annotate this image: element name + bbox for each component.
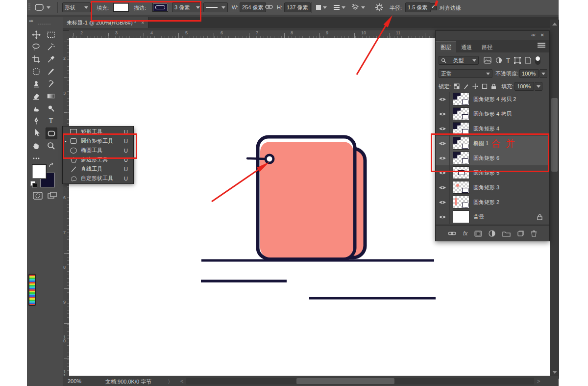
path-arrangement-button[interactable] xyxy=(351,2,365,13)
layer-thumbnail[interactable] xyxy=(453,122,469,135)
close-icon[interactable]: × xyxy=(141,20,144,26)
stroke-size-select[interactable]: 3 像素 xyxy=(172,2,202,13)
close-panel-icon[interactable]: ✕ xyxy=(540,32,544,38)
stroke-swatch[interactable] xyxy=(152,3,168,12)
filter-adjustment-layers-icon[interactable] xyxy=(495,57,502,64)
scroll-left-icon[interactable]: < xyxy=(180,378,183,384)
status-expand-icon[interactable]: 〉 xyxy=(168,378,173,386)
menu-item-rectangle-tool[interactable]: 矩形工具 U xyxy=(63,127,133,136)
visibility-eye-icon[interactable] xyxy=(436,92,450,106)
zoom-tool[interactable] xyxy=(46,140,56,151)
type-tool[interactable]: T xyxy=(46,115,56,126)
layer-thumbnail[interactable] xyxy=(453,166,469,179)
layer-row[interactable]: 圆角矩形 5 xyxy=(436,165,549,180)
swap-colors-icon[interactable] xyxy=(49,162,55,169)
layer-row[interactable]: 圆角矩形 3 xyxy=(436,180,549,195)
gear-icon[interactable] xyxy=(375,3,384,12)
tool-preset-button[interactable] xyxy=(34,2,50,13)
layer-row-selected[interactable]: 椭圆 1 xyxy=(436,136,549,151)
eraser-tool[interactable] xyxy=(31,91,42,102)
move-tool[interactable] xyxy=(31,29,42,40)
radius-input[interactable]: 1.5 像素 xyxy=(405,2,431,12)
scroll-up-icon[interactable] xyxy=(552,23,557,26)
filter-pixel-layers-icon[interactable] xyxy=(484,57,491,64)
visibility-eye-icon[interactable] xyxy=(436,136,450,151)
visibility-eye-icon[interactable] xyxy=(436,209,450,224)
menu-item-polygon-tool[interactable]: 多边形工具 U xyxy=(63,155,133,164)
history-brush-tool[interactable] xyxy=(46,78,56,89)
visibility-eye-icon[interactable] xyxy=(436,151,450,165)
default-colors-icon[interactable] xyxy=(30,181,37,187)
height-input[interactable]: 137 像素 xyxy=(284,2,311,12)
clone-stamp-tool[interactable] xyxy=(31,78,42,89)
gradient-tool[interactable] xyxy=(46,91,56,102)
add-mask-icon[interactable] xyxy=(474,231,482,237)
layer-thumbnail[interactable] xyxy=(453,196,469,208)
horizontal-scrollbar[interactable] xyxy=(186,378,534,385)
zoom-level[interactable]: 200% xyxy=(68,378,81,384)
tool-mode-select[interactable]: 形状 xyxy=(62,2,91,13)
blend-mode-select[interactable]: 正常 xyxy=(439,69,492,78)
fill-dropdown[interactable] xyxy=(535,82,542,91)
visibility-eye-icon[interactable] xyxy=(436,165,450,180)
visibility-eye-icon[interactable] xyxy=(436,180,450,195)
lock-position-icon[interactable] xyxy=(472,83,478,89)
layer-style-fx-icon[interactable]: fx xyxy=(463,230,467,237)
width-input[interactable]: 254 像素 xyxy=(240,2,266,12)
pen-tool[interactable] xyxy=(31,115,42,126)
layer-row-selected[interactable]: 圆角矩形 6 xyxy=(436,151,549,166)
layer-thumbnail[interactable] xyxy=(453,107,469,120)
adjustment-layer-icon[interactable] xyxy=(489,230,495,237)
layer-thumbnail[interactable] xyxy=(453,181,469,194)
tab-paths[interactable]: 路径 xyxy=(477,42,497,52)
dodge-tool[interactable] xyxy=(46,103,56,114)
marquee-tool[interactable] xyxy=(46,29,56,40)
visibility-eye-icon[interactable] xyxy=(436,106,450,121)
delete-trash-icon[interactable] xyxy=(531,230,537,237)
options-bar-grip[interactable] xyxy=(28,3,30,11)
path-operations-button[interactable] xyxy=(316,2,327,13)
layer-row[interactable]: 圆角矩形 2 xyxy=(436,195,549,210)
tools-grip[interactable] xyxy=(38,24,51,25)
stroke-type-select[interactable] xyxy=(203,2,228,13)
align-edges-checkbox[interactable]: ✓ xyxy=(430,3,437,10)
layer-thumbnail[interactable] xyxy=(453,152,469,164)
panel-menu-icon[interactable] xyxy=(538,43,545,49)
opacity-value[interactable]: 100% xyxy=(519,69,539,78)
eyedropper-tool[interactable] xyxy=(46,54,56,65)
layer-thumbnail[interactable] xyxy=(453,210,469,223)
layer-row[interactable]: 圆角矩形 4 拷贝 2 xyxy=(436,92,549,107)
crop-tool[interactable] xyxy=(31,54,42,65)
quick-mask-icon[interactable] xyxy=(33,192,43,200)
more-tools-ellipsis[interactable] xyxy=(31,153,42,164)
lock-artboard-icon[interactable] xyxy=(482,83,488,89)
menu-item-line-tool[interactable]: 直线工具 U xyxy=(63,164,133,174)
link-layers-icon[interactable] xyxy=(448,231,456,236)
visibility-eye-icon[interactable] xyxy=(436,195,450,209)
document-tab[interactable]: 未标题-1 @ 200%(RGB/8#) * × xyxy=(63,17,148,28)
smudge-tool[interactable] xyxy=(31,103,42,114)
visibility-eye-icon[interactable] xyxy=(436,121,450,136)
lock-pixels-icon[interactable] xyxy=(463,83,469,89)
healing-brush-tool[interactable] xyxy=(31,66,42,77)
hand-tool[interactable] xyxy=(31,140,42,151)
layer-row[interactable]: 圆角矩形 4 拷贝 xyxy=(436,106,549,122)
filter-type-select[interactable]: 类型 xyxy=(439,56,479,65)
foreground-color-swatch[interactable] xyxy=(32,164,47,179)
magic-wand-tool[interactable] xyxy=(46,42,56,52)
vertical-scroll-thumb[interactable] xyxy=(551,98,558,172)
new-group-folder-icon[interactable] xyxy=(502,231,511,237)
screen-mode-icon[interactable] xyxy=(48,192,57,200)
scroll-right-icon[interactable]: > xyxy=(537,378,540,384)
lock-transparency-icon[interactable] xyxy=(454,83,460,89)
filter-smart-objects-icon[interactable] xyxy=(525,57,531,64)
path-alignment-button[interactable] xyxy=(334,2,345,13)
horizontal-scroll-thumb[interactable] xyxy=(296,378,394,384)
scroll-down-icon[interactable] xyxy=(552,371,557,374)
opacity-dropdown[interactable] xyxy=(539,69,547,78)
layer-thumbnail[interactable] xyxy=(453,137,469,150)
layer-row[interactable]: 背景 xyxy=(436,209,549,225)
filter-shape-layers-icon[interactable] xyxy=(514,57,521,64)
lock-all-icon[interactable] xyxy=(491,83,496,90)
tab-channels[interactable]: 通道 xyxy=(456,42,477,52)
